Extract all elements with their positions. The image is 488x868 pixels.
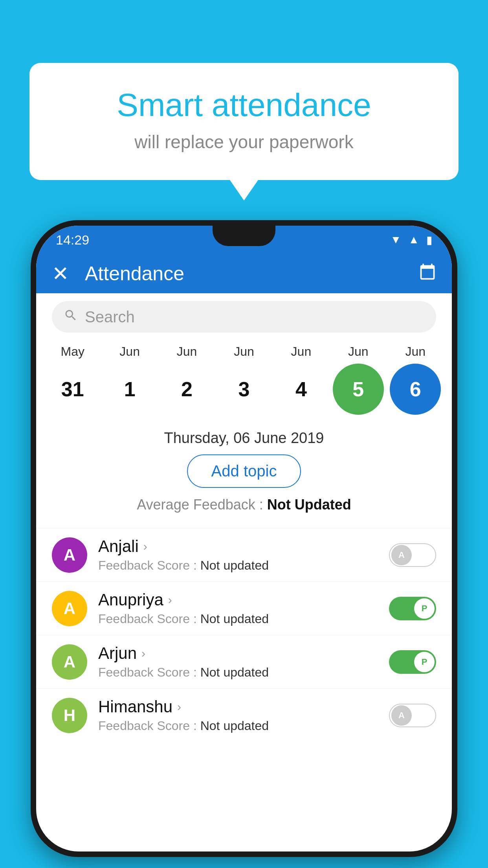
date-cell-jun5[interactable]: Jun	[333, 344, 384, 359]
status-time: 14:29	[56, 232, 89, 248]
phone-inner: 14:29 ▼ ▲ ▮ ✕ Attendance	[36, 226, 452, 851]
day-2[interactable]: 2	[161, 364, 213, 415]
date-cell-jun4[interactable]: Jun	[275, 344, 327, 359]
student-info: Arjun › Feedback Score : Not updated	[98, 644, 389, 680]
signal-icon: ▲	[408, 234, 419, 246]
list-item[interactable]: H Himanshu › Feedback Score : Not update…	[36, 688, 452, 742]
calendar-icon[interactable]	[419, 263, 436, 284]
close-button[interactable]: ✕	[52, 262, 69, 285]
status-icons: ▼ ▲ ▮	[391, 234, 432, 246]
day-31[interactable]: 31	[47, 364, 98, 415]
student-name: Anupriya ›	[98, 590, 389, 609]
chevron-right-icon: ›	[143, 540, 147, 553]
avatar: A	[52, 591, 87, 626]
list-item[interactable]: A Anupriya › Feedback Score : Not update…	[36, 581, 452, 635]
avatar: A	[52, 644, 87, 680]
search-placeholder: Search	[85, 308, 135, 326]
student-feedback: Feedback Score : Not updated	[98, 719, 389, 733]
student-info: Himanshu › Feedback Score : Not updated	[98, 697, 389, 733]
phone-notch	[213, 226, 275, 246]
speech-bubble: Smart attendance will replace your paper…	[29, 63, 459, 180]
phone-frame: 14:29 ▼ ▲ ▮ ✕ Attendance	[31, 220, 457, 857]
toggle-knob: A	[391, 545, 412, 565]
chevron-right-icon: ›	[177, 700, 181, 714]
toggle-knob: A	[391, 705, 412, 726]
app-bar-title: Attendance	[85, 262, 419, 285]
student-feedback: Feedback Score : Not updated	[98, 612, 389, 626]
date-cell-jun2[interactable]: Jun	[161, 344, 213, 359]
date-cell-jun3[interactable]: Jun	[218, 344, 270, 359]
day-6-selected[interactable]: 6	[390, 364, 441, 415]
search-icon	[64, 308, 78, 326]
bubble-subtitle: will replace your paperwork	[61, 131, 427, 153]
chevron-right-icon: ›	[141, 647, 145, 660]
toggle-knob: P	[414, 652, 435, 672]
avatar: A	[52, 537, 87, 573]
avatar: H	[52, 698, 87, 733]
day-1[interactable]: 1	[104, 364, 155, 415]
selected-date-text: Thursday, 06 June 2019	[52, 430, 436, 447]
app-bar: ✕ Attendance	[36, 254, 452, 293]
day-5-today[interactable]: 5	[333, 364, 384, 415]
attendance-toggle-off[interactable]: A	[389, 704, 436, 727]
wifi-icon: ▼	[391, 234, 402, 246]
date-cell-jun1[interactable]: Jun	[104, 344, 155, 359]
speech-bubble-container: Smart attendance will replace your paper…	[29, 63, 459, 180]
day-3[interactable]: 3	[218, 364, 270, 415]
date-picker: May Jun Jun Jun Jun Jun Jun	[36, 340, 452, 423]
search-bar-container: Search	[36, 293, 452, 340]
student-name: Himanshu ›	[98, 697, 389, 716]
attendance-toggle-on[interactable]: P	[389, 597, 436, 620]
list-item[interactable]: A Arjun › Feedback Score : Not updated P	[36, 635, 452, 688]
day-4[interactable]: 4	[275, 364, 327, 415]
list-item[interactable]: A Anjali › Feedback Score : Not updated …	[36, 528, 452, 581]
attendance-toggle-off[interactable]: A	[389, 543, 436, 567]
date-cell-may31[interactable]: May	[47, 344, 98, 359]
student-feedback: Feedback Score : Not updated	[98, 665, 389, 680]
student-info: Anupriya › Feedback Score : Not updated	[98, 590, 389, 626]
date-months-row: May Jun Jun Jun Jun Jun Jun	[44, 344, 444, 359]
battery-icon: ▮	[426, 234, 432, 246]
bubble-title: Smart attendance	[61, 86, 427, 123]
student-info: Anjali › Feedback Score : Not updated	[98, 537, 389, 573]
chevron-right-icon: ›	[168, 593, 172, 607]
student-name: Arjun ›	[98, 644, 389, 663]
content-area: Thursday, 06 June 2019 Add topic Average…	[36, 423, 452, 528]
student-feedback: Feedback Score : Not updated	[98, 558, 389, 573]
date-days-row: 31 1 2 3 4 5 6	[44, 364, 444, 415]
add-topic-label: Add topic	[211, 462, 277, 480]
avg-feedback-label: Average Feedback :	[137, 497, 267, 513]
student-list: A Anjali › Feedback Score : Not updated …	[36, 528, 452, 742]
search-bar[interactable]: Search	[52, 301, 436, 333]
add-topic-button[interactable]: Add topic	[187, 454, 301, 488]
avg-feedback: Average Feedback : Not Updated	[52, 497, 436, 513]
attendance-toggle-on[interactable]: P	[389, 650, 436, 674]
toggle-knob: P	[414, 598, 435, 619]
avg-feedback-value: Not Updated	[267, 497, 351, 513]
student-name: Anjali ›	[98, 537, 389, 556]
date-cell-jun6[interactable]: Jun	[390, 344, 441, 359]
